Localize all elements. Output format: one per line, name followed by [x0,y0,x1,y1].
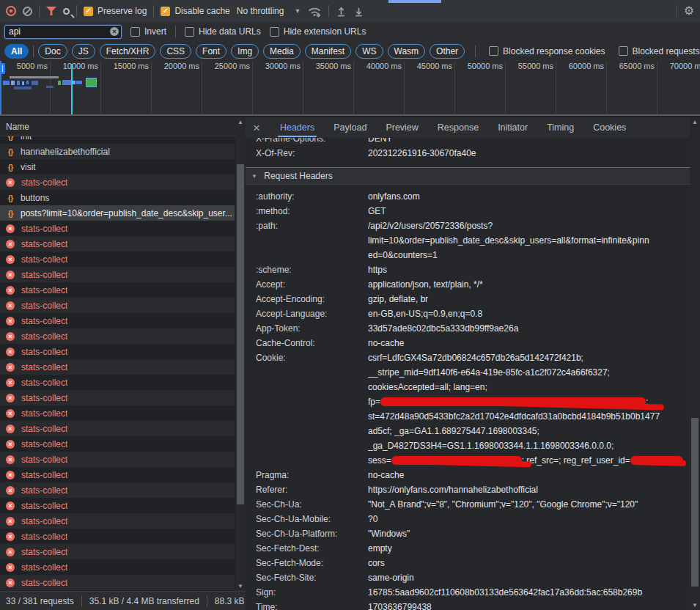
timeline-overview[interactable]: 5000 ms10000 ms15000 ms20000 ms25000 ms3… [0,61,700,116]
header-row: Sec-Fetch-Site:same-origin [246,570,690,585]
preserve-log-checkbox[interactable]: ✓ Preserve log [84,6,147,16]
clear-icon[interactable] [23,7,32,16]
filter-chip-css[interactable]: CSS [160,44,191,59]
request-row[interactable]: ×stats-collect [0,267,235,282]
request-row[interactable]: ×stats-collect [0,313,235,328]
request-row[interactable]: ×stats-collect [0,575,235,590]
import-har-icon[interactable] [336,6,347,17]
request-row[interactable]: ×stats-collect [0,282,235,298]
checkbox-check-icon: ✓ [161,7,170,16]
request-row[interactable]: ×stats-collect [0,359,235,375]
blocked-requests-checkbox[interactable]: Blocked requests [619,46,700,56]
request-row[interactable]: {}visit [0,159,235,174]
tab-payload[interactable]: Payload [324,117,376,138]
request-row[interactable]: ×stats-collect [0,467,235,482]
tab-initiator[interactable]: Initiator [488,117,537,138]
filter-chip-fetch-xhr[interactable]: Fetch/XHR [100,44,156,59]
panel-tab-highlight [388,0,441,3]
error-icon: × [6,301,15,310]
scrollbar-thumb[interactable] [237,164,244,504]
scroll-down-icon[interactable]: ▼ [235,581,246,591]
request-row[interactable]: {}init [0,136,235,144]
request-row[interactable]: ×stats-collect [0,174,235,190]
request-row[interactable]: ×stats-collect [0,390,235,405]
disable-cache-checkbox[interactable]: ✓ Disable cache [161,6,229,16]
filter-chip-manifest[interactable]: Manifest [305,44,351,59]
scroll-down-icon[interactable]: ▼ [690,600,700,610]
request-row[interactable]: ×stats-collect [0,559,235,575]
blocked-response-cookies-checkbox[interactable]: Blocked response cookies [489,46,605,56]
request-row[interactable]: ×stats-collect [0,421,235,436]
request-row[interactable]: ×stats-collect [0,375,235,390]
request-row[interactable]: {}posts?limit=10&order=publish_date_desc… [0,205,235,221]
tab-preview[interactable]: Preview [376,117,427,138]
filter-chip-other[interactable]: Other [430,44,465,59]
header-name: :authority: [256,189,368,204]
filter-chip-img[interactable]: Img [231,44,259,59]
request-name: stats-collect [21,485,67,496]
disclosure-triangle-icon: ▼ [251,168,257,185]
json-icon: {} [5,194,15,202]
request-row[interactable]: ×stats-collect [0,436,235,452]
checkbox-box [130,27,140,37]
settings-gear-icon[interactable]: ⚙ [684,5,694,17]
tab-response[interactable]: Response [428,117,488,138]
throttling-select[interactable]: No throttling ▼ [237,6,301,16]
hide-data-urls-checkbox[interactable]: Hide data URLs [185,26,261,37]
scrollbar-thumb[interactable] [691,418,699,587]
request-row[interactable]: ×stats-collect [0,452,235,467]
scroll-up-icon[interactable]: ▲ [235,117,246,127]
header-name: Sign: [256,585,368,600]
filter-icon[interactable] [46,7,56,15]
request-row[interactable]: ×stats-collect [0,328,235,344]
error-icon: × [6,224,15,233]
search-icon[interactable] [63,8,70,15]
filter-chip-ws[interactable]: WS [355,44,383,59]
request-row[interactable]: ×stats-collect [0,544,235,559]
header-value-line: sess=; ref_src=; reg_ref_user_id= [368,453,685,468]
tab-timing[interactable]: Timing [537,117,583,138]
invert-checkbox[interactable]: Invert [130,26,166,37]
tab-cookies[interactable]: Cookies [583,117,635,138]
hide-extension-urls-checkbox[interactable]: Hide extension URLs [270,26,366,37]
request-row[interactable]: ×stats-collect [0,344,235,359]
name-column-header[interactable]: Name [0,117,245,136]
request-row[interactable]: ×stats-collect [0,405,235,421]
filter-chip-all[interactable]: All [4,44,29,59]
request-list-scrollbar[interactable]: ▲ ▼ [235,117,246,591]
network-conditions-icon[interactable] [307,5,322,18]
timeline-range-handle[interactable] [0,63,5,74]
request-name: stats-collect [21,239,67,249]
close-icon[interactable]: × [253,122,260,134]
request-name: stats-collect [21,254,67,265]
header-value: 1703636799438 [368,600,690,610]
request-row[interactable]: ×stats-collect [0,529,235,544]
filter-chip-wasm[interactable]: Wasm [388,44,426,59]
details-scrollbar[interactable]: ▲ ▼ [690,117,700,610]
request-row[interactable]: ×stats-collect [0,298,235,313]
request-row[interactable]: ×stats-collect [0,482,235,498]
filter-chip-doc[interactable]: Doc [38,44,67,59]
request-row[interactable]: {}buttons [0,190,235,205]
divider [81,596,82,606]
clear-filter-icon[interactable]: × [110,27,119,36]
scroll-up-icon[interactable]: ▲ [690,117,700,127]
request-name: stats-collect [21,301,67,311]
checkbox-box [489,46,498,56]
filter-chip-js[interactable]: JS [72,44,95,59]
request-row[interactable]: ×stats-collect [0,498,235,513]
filter-chip-font[interactable]: Font [196,44,226,59]
filter-chip-media[interactable]: Media [263,44,301,59]
request-row[interactable]: ×stats-collect [0,513,235,529]
export-har-icon[interactable] [353,6,364,17]
request-row[interactable]: {}hannahelizabethofficial [0,144,235,159]
header-row: :authority:onlyfans.com [246,189,690,204]
request-row[interactable]: ×stats-collect [0,236,235,251]
request-headers-section[interactable]: ▼ Request Headers [246,167,690,185]
record-icon[interactable] [6,6,16,16]
error-icon: × [6,563,15,572]
tab-headers[interactable]: Headers [270,117,324,138]
filter-input[interactable] [4,25,122,39]
request-row[interactable]: ×stats-collect [0,251,235,267]
request-row[interactable]: ×stats-collect [0,221,235,236]
